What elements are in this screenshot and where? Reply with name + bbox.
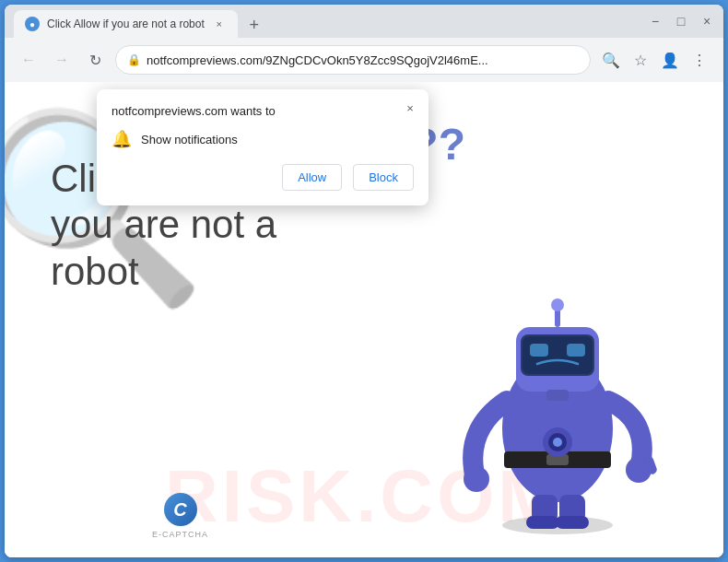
account-icon: 👤 — [661, 52, 679, 69]
bookmark-icon: ☆ — [634, 52, 647, 69]
lock-icon: 🔒 — [127, 53, 141, 66]
reload-button[interactable]: ↻ — [82, 47, 108, 73]
address-bar[interactable]: 🔒 notfcompreviews.com/9ZNgCDCvOkn5Y8Zcc9… — [115, 45, 591, 75]
search-button[interactable]: 🔍 — [598, 47, 624, 73]
menu-button[interactable]: ⋮ — [687, 47, 712, 73]
forward-icon: → — [54, 52, 69, 68]
page-background: 🔍 Click Allow if you are not a robot ?? … — [5, 82, 723, 557]
reload-icon: ↻ — [89, 52, 101, 69]
url-text: notfcompreviews.com/9ZNgCDCvOkn5Y8Zcc9SQ… — [147, 53, 579, 67]
search-icon: 🔍 — [602, 52, 620, 69]
svg-point-21 — [551, 299, 564, 311]
popup-buttons: Allow Block — [112, 164, 414, 191]
minimize-button[interactable]: − — [648, 14, 663, 29]
nav-right-buttons: 🔍 ☆ 👤 ⋮ — [598, 47, 712, 73]
tab-title: Click Allow if you are not a robot — [47, 18, 205, 30]
block-button[interactable]: Block — [353, 164, 414, 191]
robot-svg — [429, 244, 687, 539]
back-icon: ← — [21, 52, 36, 68]
svg-rect-6 — [567, 344, 585, 357]
bookmark-button[interactable]: ☆ — [628, 47, 653, 73]
forward-button[interactable]: → — [49, 47, 75, 73]
svg-point-19 — [553, 438, 562, 447]
svg-rect-16 — [556, 516, 589, 529]
ecaptcha-logo: C — [164, 493, 197, 526]
popup-notification-row: 🔔 Show notifications — [112, 129, 414, 149]
maximize-button[interactable]: □ — [674, 14, 688, 29]
account-button[interactable]: 👤 — [657, 47, 683, 73]
browser-window: ● Click Allow if you are not a robot × +… — [5, 5, 723, 557]
back-button[interactable]: ← — [16, 47, 41, 73]
svg-rect-7 — [546, 390, 569, 401]
svg-point-10 — [464, 466, 489, 492]
new-tab-button[interactable]: + — [241, 12, 267, 38]
bell-icon: 🔔 — [112, 129, 132, 149]
notification-popup: × notfcompreviews.com wants to 🔔 Show no… — [97, 89, 429, 205]
navigation-bar: ← → ↻ 🔒 notfcompreviews.com/9ZNgCDCvOkn5… — [5, 38, 723, 82]
ecaptcha-branding: C E-CAPTCHA — [152, 493, 208, 539]
ecaptcha-text: E-CAPTCHA — [152, 530, 208, 539]
popup-site-text: notfcompreviews.com wants to — [112, 104, 414, 118]
svg-rect-5 — [530, 344, 548, 357]
popup-notification-text: Show notifications — [141, 133, 238, 146]
popup-close-button[interactable]: × — [401, 99, 419, 117]
tab-favicon: ● — [25, 17, 40, 31]
robot-illustration — [429, 244, 687, 539]
menu-icon: ⋮ — [692, 52, 707, 69]
tab-area: ● Click Allow if you are not a robot × + — [14, 5, 644, 38]
tab-close-button[interactable]: × — [212, 17, 227, 31]
svg-rect-15 — [526, 516, 559, 529]
title-bar: ● Click Allow if you are not a robot × +… — [5, 5, 723, 38]
window-controls: − □ × — [648, 14, 714, 29]
active-tab[interactable]: ● Click Allow if you are not a robot × — [14, 10, 238, 38]
close-window-button[interactable]: × — [699, 14, 714, 29]
allow-button[interactable]: Allow — [282, 164, 342, 191]
page-content: 🔍 Click Allow if you are not a robot ?? … — [5, 82, 723, 557]
